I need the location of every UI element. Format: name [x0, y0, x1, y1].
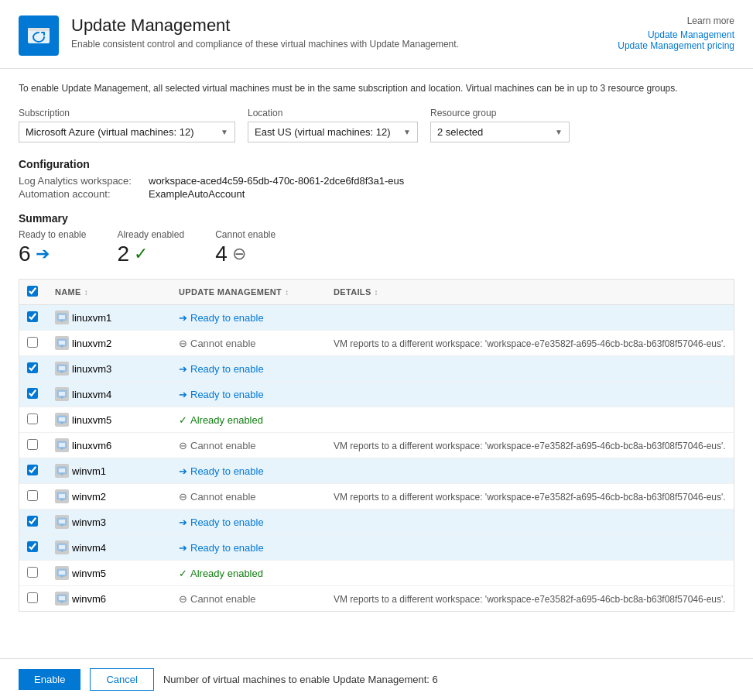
table-row: linuxvm1 ➔ Ready to enable [19, 305, 734, 331]
vm-status-cell: ⊖ Cannot enable [171, 433, 326, 458]
vm-name-cell: linuxvm1 [47, 305, 171, 331]
resource-group-value: 2 selected [437, 126, 483, 138]
vm-status-cell: ➔ Ready to enable [171, 382, 326, 407]
detail-text: VM reports to a different workspace: 'wo… [334, 594, 726, 605]
cannot-enable-item: Cannot enable 4 ⊖ [215, 229, 276, 266]
checkbox-winvm3[interactable] [27, 516, 38, 527]
update-management-pricing-link[interactable]: Update Management pricing [618, 40, 734, 51]
arrow-icon: ➔ [179, 312, 187, 324]
location-dropdown[interactable]: East US (virtual machines: 12) ▼ [248, 122, 418, 142]
checkbox-linuxvm6[interactable] [27, 439, 38, 450]
checkbox-winvm5[interactable] [27, 567, 38, 578]
checkbox-linuxvm5[interactable] [27, 413, 38, 424]
minus-icon: ⊖ [179, 593, 187, 605]
checkbox-winvm4[interactable] [27, 541, 38, 552]
update-management-link[interactable]: Update Management [618, 29, 734, 40]
table-row: winvm2 ⊖ Cannot enableVM reports to a di… [19, 484, 734, 510]
configuration-section: Configuration Log Analytics workspace: w… [19, 158, 734, 200]
vm-icon [55, 336, 69, 350]
row-checkbox-cell [19, 305, 47, 331]
ready-count-row: 6 ➔ [19, 242, 86, 266]
checkbox-linuxvm3[interactable] [27, 362, 38, 373]
status-cannot: ⊖ Cannot enable [179, 491, 318, 503]
minus-icon: ⊖ [179, 338, 187, 349]
resource-group-label: Resource group [430, 108, 570, 118]
subscription-label: Subscription [19, 108, 235, 118]
subscription-value: Microsoft Azure (virtual machines: 12) [26, 126, 193, 138]
checkbox-winvm1[interactable] [27, 465, 38, 475]
svg-rect-8 [59, 341, 65, 345]
workspace-value: workspace-aced4c59-65db-470c-8061-2dce6f… [149, 175, 404, 187]
checkbox-linuxvm1[interactable] [27, 311, 38, 322]
enabled-count-row: 2 ✓ [117, 242, 184, 266]
notice-text: To enable Update Management, all selecte… [19, 81, 734, 95]
table-row: winvm5 ✓ Already enabled [19, 561, 734, 586]
row-checkbox-cell [19, 484, 47, 510]
detail-text: VM reports to a different workspace: 'wo… [334, 338, 726, 349]
account-label: Automation account: [19, 188, 142, 200]
vm-name: winvm2 [72, 491, 106, 503]
cancel-button[interactable]: Cancel [90, 668, 153, 691]
status-ready: ➔ Ready to enable [179, 516, 318, 528]
subscription-dropdown[interactable]: Microsoft Azure (virtual machines: 12) ▼ [19, 122, 235, 142]
resource-group-dropdown[interactable]: 2 selected ▼ [430, 122, 570, 142]
vm-name: linuxvm4 [72, 389, 111, 400]
select-all-header[interactable] [19, 280, 47, 305]
vm-name: winvm3 [72, 516, 106, 528]
checkbox-linuxvm4[interactable] [27, 388, 38, 399]
row-checkbox-cell [19, 510, 47, 535]
vm-details-cell [326, 535, 734, 561]
subscription-group: Subscription Microsoft Azure (virtual ma… [19, 108, 235, 142]
vm-status-cell: ⊖ Cannot enable [171, 586, 326, 612]
table-row: winvm3 ➔ Ready to enable [19, 510, 734, 535]
row-checkbox-cell [19, 586, 47, 612]
vm-details-cell [326, 510, 734, 535]
svg-rect-2 [28, 28, 50, 31]
select-all-checkbox[interactable] [27, 286, 38, 297]
vm-status-cell: ➔ Ready to enable [171, 356, 326, 382]
vm-name: linuxvm1 [72, 312, 111, 324]
status-column-header[interactable]: UPDATE MANAGEMENT ↕ [171, 280, 326, 305]
enabled-count: 2 [117, 242, 129, 266]
name-sort-icon: ↕ [84, 288, 88, 297]
checkbox-winvm6[interactable] [27, 592, 38, 603]
row-checkbox-cell [19, 331, 47, 356]
checkbox-linuxvm2[interactable] [27, 337, 38, 348]
resource-group-group: Resource group 2 selected ▼ [430, 108, 570, 142]
vm-status-cell: ➔ Ready to enable [171, 305, 326, 331]
name-column-header[interactable]: NAME ↕ [47, 280, 171, 305]
cannot-count-row: 4 ⊖ [215, 242, 276, 266]
check-icon: ✓ [179, 414, 187, 426]
details-column-header[interactable]: DETAILS ↕ [326, 280, 734, 305]
enabled-label: Already enabled [117, 229, 184, 240]
enable-button[interactable]: Enable [19, 669, 80, 690]
vm-details-cell: VM reports to a different workspace: 'wo… [326, 586, 734, 612]
vm-name-cell: winvm2 [47, 484, 171, 510]
summary-section: Summary Ready to enable 6 ➔ Already enab… [19, 212, 734, 266]
arrow-icon: ➔ [179, 389, 187, 400]
svg-rect-24 [59, 443, 65, 447]
vm-name: winvm5 [72, 568, 106, 579]
page-subtitle: Enable consistent control and compliance… [71, 39, 459, 50]
row-checkbox-cell [19, 382, 47, 407]
arrow-right-icon: ➔ [36, 244, 50, 264]
vm-name: linuxvm2 [72, 338, 111, 349]
vm-name-cell: linuxvm2 [47, 331, 171, 356]
vm-details-cell: VM reports to a different workspace: 'wo… [326, 331, 734, 356]
vm-name: linuxvm3 [72, 363, 111, 375]
learn-more-label: Learn more [618, 15, 734, 26]
location-value: East US (virtual machines: 12) [255, 126, 391, 138]
account-value: ExampleAutoAccount [149, 188, 245, 200]
status-ready: ➔ Ready to enable [179, 465, 318, 477]
svg-rect-48 [59, 596, 65, 600]
vm-name-cell: linuxvm3 [47, 356, 171, 382]
table-row: linuxvm5 ✓ Already enabled [19, 407, 734, 433]
configuration-title: Configuration [19, 158, 734, 170]
location-group: Location East US (virtual machines: 12) … [248, 108, 418, 142]
vm-details-cell [326, 561, 734, 586]
status-cannot: ⊖ Cannot enable [179, 440, 318, 451]
vm-name-cell: winvm1 [47, 458, 171, 484]
summary-items: Ready to enable 6 ➔ Already enabled 2 ✓ … [19, 229, 734, 266]
cannot-count: 4 [215, 242, 228, 266]
checkbox-winvm2[interactable] [27, 490, 38, 501]
